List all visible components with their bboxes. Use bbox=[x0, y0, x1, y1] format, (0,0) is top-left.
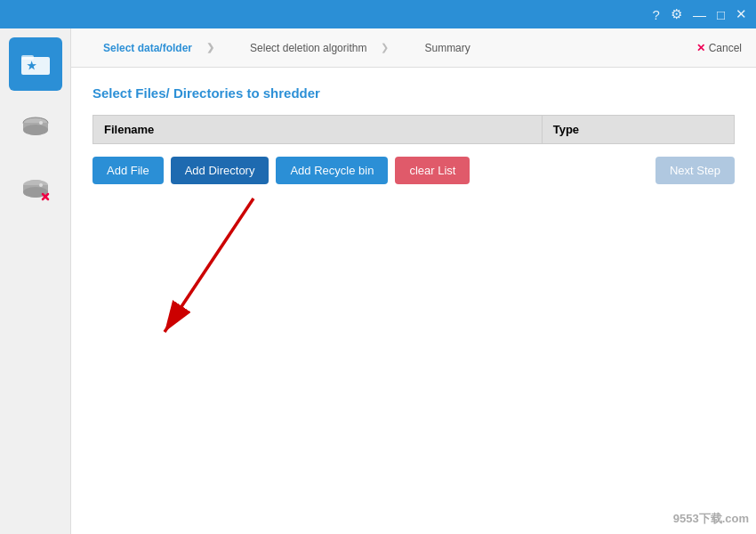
app-body: ★ bbox=[0, 28, 756, 534]
sidebar: ★ bbox=[0, 28, 71, 534]
svg-point-13 bbox=[39, 183, 43, 187]
sidebar-item-drive-erase[interactable] bbox=[9, 162, 62, 215]
content-area: Select data/folder Select deletion algor… bbox=[71, 28, 756, 534]
svg-point-7 bbox=[23, 125, 48, 135]
svg-text:★: ★ bbox=[26, 60, 36, 72]
svg-point-8 bbox=[39, 121, 43, 125]
wizard-step-1[interactable]: Select data/folder bbox=[85, 36, 232, 60]
watermark: 9553下载.com bbox=[673, 511, 749, 527]
add-recycle-button[interactable]: Add Recycle bin bbox=[276, 157, 388, 184]
maximize-icon[interactable]: □ bbox=[717, 7, 725, 22]
file-table: Filename Type bbox=[92, 115, 735, 144]
sidebar-item-folder-shred[interactable]: ★ bbox=[9, 37, 62, 91]
next-step-button[interactable]: Next Step bbox=[655, 157, 735, 184]
wizard-bar: Select data/folder Select deletion algor… bbox=[71, 28, 756, 68]
clear-list-button[interactable]: clear List bbox=[395, 157, 470, 184]
buttons-row: Add File Add Directory Add Recycle bin c… bbox=[92, 157, 735, 184]
add-directory-button[interactable]: Add Directory bbox=[171, 157, 269, 184]
minimize-icon[interactable]: — bbox=[693, 7, 706, 22]
add-file-button[interactable]: Add File bbox=[92, 157, 164, 184]
settings-icon[interactable]: ⚙ bbox=[671, 6, 682, 22]
cancel-button[interactable]: ✕ Cancel bbox=[696, 42, 742, 54]
wizard-step-3[interactable]: Summary bbox=[406, 36, 487, 60]
main-content: Select Files/ Directories to shredder Fi… bbox=[71, 68, 756, 534]
close-icon[interactable]: ✕ bbox=[736, 6, 747, 22]
title-bar: ? ⚙ — □ ✕ bbox=[0, 0, 756, 28]
sidebar-item-drive-wipe[interactable] bbox=[9, 100, 62, 153]
wizard-steps: Select data/folder Select deletion algor… bbox=[85, 36, 488, 60]
help-icon[interactable]: ? bbox=[653, 7, 660, 22]
section-title: Select Files/ Directories to shredder bbox=[92, 85, 735, 101]
wizard-step-2[interactable]: Select deletion algorithm bbox=[232, 36, 406, 60]
col-filename: Filename bbox=[93, 116, 543, 144]
col-type: Type bbox=[542, 116, 734, 144]
